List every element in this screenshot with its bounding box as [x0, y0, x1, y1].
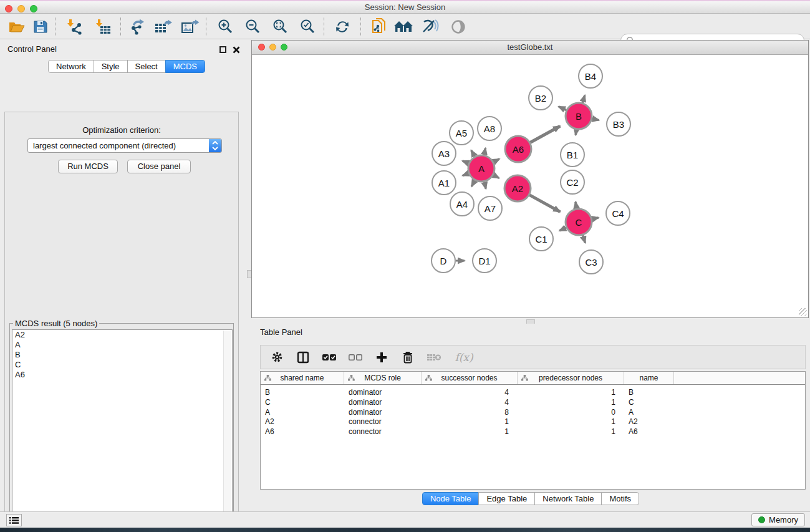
table-options-gear-icon[interactable] [268, 349, 286, 366]
tab-edge-table[interactable]: Edge Table [478, 492, 535, 505]
mcds-result-item[interactable]: A [12, 340, 232, 350]
node-B3[interactable]: B3 [607, 112, 630, 136]
export-image-icon[interactable] [180, 16, 201, 37]
edge-C-C4[interactable] [592, 218, 598, 219]
export-table-icon[interactable] [153, 16, 174, 37]
hide-graphics-details-icon[interactable] [420, 16, 441, 37]
tab-node-table[interactable]: Node Table [422, 492, 480, 505]
edge-A-A4[interactable] [471, 180, 475, 186]
node-A4[interactable]: A4 [450, 192, 474, 216]
select-all-rows-icon[interactable] [321, 349, 338, 366]
import-network-icon[interactable] [64, 16, 85, 37]
network-close-button[interactable] [258, 44, 265, 51]
node-A3[interactable]: A3 [432, 142, 456, 165]
network-file-icon[interactable] [368, 16, 389, 37]
show-columns-icon[interactable] [294, 349, 312, 366]
network-graph[interactable]: B4B2BB3A5A8A6A3B1AA1C2A2A4A7C4CC1C3DD1 [252, 55, 808, 317]
node-C[interactable]: C [566, 209, 592, 235]
node-B2[interactable]: B2 [529, 86, 552, 110]
edge-C-C1[interactable] [559, 228, 566, 231]
edge-A-A5[interactable] [471, 150, 475, 157]
node-C1[interactable]: C1 [529, 227, 553, 251]
edge-A6-B[interactable] [530, 126, 560, 142]
edge-C-C2[interactable] [576, 202, 577, 209]
node-C4[interactable]: C4 [606, 201, 630, 225]
edge-A-A2[interactable] [493, 175, 499, 178]
zoom-window-button[interactable] [30, 5, 37, 12]
network-zoom-button[interactable] [281, 44, 287, 51]
close-window-button[interactable] [5, 5, 12, 12]
tab-motifs[interactable]: Motifs [601, 492, 639, 505]
zoom-fit-icon[interactable] [270, 16, 291, 37]
edge-A-A1[interactable] [463, 173, 469, 176]
criterion-dropdown[interactable]: largest connected component (directed) [27, 138, 222, 153]
table-row[interactable]: Adominator80A [261, 408, 805, 418]
tab-mcds[interactable]: MCDS [165, 60, 205, 73]
window-controls[interactable] [5, 5, 37, 12]
control-panel-close-icon[interactable] [233, 46, 240, 54]
node-C3[interactable]: C3 [579, 250, 603, 274]
delete-columns-icon[interactable] [399, 349, 417, 366]
tab-network[interactable]: Network [48, 60, 94, 73]
mcds-result-item[interactable]: A6 [12, 370, 232, 380]
table-row[interactable]: A6connector11A6 [261, 427, 805, 437]
control-panel-float-icon[interactable] [219, 46, 226, 53]
column-header-successor-nodes[interactable]: successor nodes [422, 372, 518, 384]
deselect-all-rows-icon[interactable] [347, 349, 364, 366]
edge-B-B4[interactable] [582, 95, 585, 103]
node-A2[interactable]: A2 [504, 175, 531, 201]
node-B1[interactable]: B1 [561, 143, 584, 167]
mcds-result-item[interactable]: C [12, 360, 232, 370]
refresh-icon[interactable] [332, 16, 353, 37]
table-row[interactable]: Cdominator41C [261, 398, 805, 408]
mcds-result-item[interactable]: A2 [12, 330, 232, 340]
column-header-predecessor-nodes[interactable]: predecessor nodes [518, 372, 624, 384]
edge-A-A3[interactable] [463, 161, 469, 163]
node-A1[interactable]: A1 [432, 171, 456, 195]
node-D1[interactable]: D1 [473, 249, 496, 273]
edge-B-B1[interactable] [576, 130, 576, 135]
edge-A-A6[interactable] [493, 159, 499, 162]
function-builder-icon[interactable]: f(x) [451, 349, 476, 366]
tab-network-table[interactable]: Network Table [534, 492, 602, 505]
memory-button[interactable]: Memory [751, 513, 805, 526]
node-A5[interactable]: A5 [450, 121, 473, 145]
mcds-result-list[interactable]: A2ABCA6 [12, 329, 233, 532]
zoom-in-icon[interactable] [215, 16, 236, 37]
open-session-icon[interactable] [6, 16, 27, 37]
zoom-out-icon[interactable] [243, 16, 264, 37]
column-header-MCDS-role[interactable]: MCDS role [344, 372, 422, 384]
import-table-icon[interactable] [93, 16, 114, 37]
node-A6[interactable]: A6 [505, 136, 531, 162]
minimize-window-button[interactable] [17, 5, 25, 12]
node-A[interactable]: A [468, 155, 494, 181]
delete-table-icon[interactable] [425, 349, 443, 366]
show-graphics-details-icon[interactable] [448, 16, 469, 37]
tab-style[interactable]: Style [94, 60, 128, 73]
network-window-titlebar[interactable]: testGlobe.txt [252, 41, 808, 55]
window-resize-grip[interactable] [799, 308, 807, 316]
export-network-icon[interactable] [127, 16, 148, 37]
node-A7[interactable]: A7 [478, 196, 502, 220]
task-history-button[interactable] [6, 514, 22, 526]
run-mcds-button[interactable]: Run MCDS [58, 160, 118, 173]
node-A8[interactable]: A8 [478, 117, 501, 140]
edge-B-B2[interactable] [559, 107, 566, 110]
tab-select[interactable]: Select [127, 60, 166, 73]
home-icon[interactable] [393, 16, 414, 37]
mcds-result-item[interactable]: B [12, 350, 232, 360]
list-scrollbar[interactable] [223, 331, 231, 532]
table-row[interactable]: A2connector11A2 [261, 417, 805, 427]
column-header-shared-name[interactable]: shared name [261, 372, 344, 384]
network-canvas[interactable]: B4B2BB3A5A8A6A3B1AA1C2A2A4A7C4CC1C3DD1 [252, 55, 808, 317]
create-column-icon[interactable] [373, 349, 390, 366]
node-B4[interactable]: B4 [579, 64, 602, 88]
edge-A-A7[interactable] [485, 181, 486, 188]
column-header-name[interactable]: name [624, 372, 674, 384]
edge-C-C3[interactable] [583, 235, 586, 243]
zoom-selected-icon[interactable] [297, 16, 319, 37]
node-B[interactable]: B [566, 103, 592, 129]
network-window-controls[interactable] [258, 44, 287, 51]
save-session-icon[interactable] [30, 16, 51, 37]
table-row[interactable]: Bdominator41B [261, 388, 805, 398]
